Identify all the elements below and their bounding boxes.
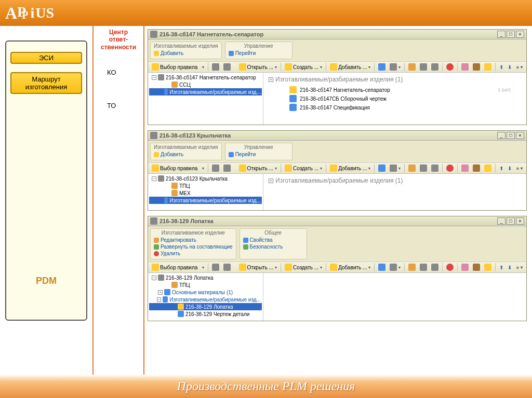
tree-node[interactable]: −216-38-129 Лопатка — [149, 274, 262, 281]
toolbar-button[interactable] — [222, 63, 232, 71]
copy-button[interactable] — [418, 63, 429, 71]
toolbar-button[interactable] — [460, 164, 470, 172]
expand-toggle[interactable]: − — [152, 176, 156, 181]
detail-item[interactable]: 216-38-сб147 Спецификация — [289, 104, 521, 111]
detail-item[interactable]: 216-38-сб147СБ Сборочный чертеж — [289, 95, 521, 102]
toolbar-button[interactable] — [222, 164, 232, 172]
more-button[interactable]: » — [514, 165, 524, 172]
expand-toggle[interactable]: − — [152, 276, 156, 280]
paste-button[interactable] — [430, 63, 440, 71]
ribbon-action[interactable]: Добавить — [154, 50, 218, 57]
title-bar[interactable]: 216-38-сб147 Нагнетатель-сепаратор _ □ × — [148, 30, 526, 39]
btn-route[interactable]: Маршрут изготовления — [10, 72, 82, 94]
toolbar-button[interactable]: Добавить ... — [328, 63, 372, 71]
expand-toggle[interactable]: + — [158, 290, 163, 295]
title-bar[interactable]: 216-38-129 Лопатка _ □ × — [148, 216, 526, 226]
maximize-button[interactable]: □ — [507, 31, 515, 38]
toolbar-button[interactable] — [388, 164, 402, 172]
tree-node[interactable]: Изготавливаемые/разбираемые изд... — [149, 197, 262, 204]
toolbar-button[interactable] — [210, 164, 221, 172]
minimize-button[interactable]: _ — [497, 132, 506, 139]
expand-toggle[interactable]: + — [269, 77, 273, 82]
ribbon-action[interactable]: Свойства — [243, 237, 303, 243]
toolbar-button[interactable]: Создать ... — [283, 164, 324, 172]
save-button[interactable] — [377, 164, 387, 172]
toolbar-button[interactable] — [471, 164, 482, 172]
delete-button[interactable] — [445, 164, 455, 172]
toolbar-button[interactable] — [483, 164, 493, 172]
title-bar[interactable]: 216-38-сб123 Крыльчатка _ □ × — [148, 131, 526, 141]
ribbon-action[interactable]: Добавить — [154, 151, 218, 158]
toolbar-button[interactable] — [210, 63, 221, 71]
dropdown[interactable] — [200, 64, 206, 70]
tree-node[interactable]: −Изготавливаемые/разбираемые изд... — [149, 296, 262, 303]
more-button[interactable]: » — [514, 64, 524, 71]
cut-button[interactable] — [407, 263, 417, 271]
down-button[interactable]: ⬇ — [506, 264, 513, 271]
ribbon-action[interactable]: Перейти — [229, 50, 289, 57]
maximize-button[interactable]: □ — [507, 217, 515, 225]
toolbar-button[interactable] — [471, 63, 482, 71]
toolbar-button[interactable] — [483, 63, 493, 71]
toolbar-button[interactable] — [460, 263, 470, 271]
rule-select-button[interactable]: Выбор правила — [150, 263, 199, 271]
copy-button[interactable] — [418, 164, 429, 172]
ribbon-action[interactable]: Удалить — [154, 250, 233, 257]
dropdown[interactable] — [200, 166, 206, 171]
tree-node[interactable]: −216-38-сб123 Крыльчатка — [149, 175, 262, 182]
copy-button[interactable] — [418, 263, 429, 271]
toolbar-button[interactable]: Создать ... — [283, 263, 324, 271]
ribbon-action[interactable]: Развернуть на составляющие — [154, 243, 233, 250]
tree-node[interactable]: 216-38-129 Лопатка — [149, 303, 262, 310]
toolbar-button[interactable]: Открыть ... — [237, 63, 278, 71]
cut-button[interactable] — [407, 164, 417, 172]
toolbar-button[interactable]: Добавить ... — [328, 263, 372, 271]
detail-item[interactable]: 216-38-сб147 Нагнетатель-сепаратор1 (шт) — [289, 86, 521, 93]
dropdown[interactable] — [200, 265, 206, 270]
tree-node[interactable]: Изготавливаемые/разбираемые изд... — [149, 88, 262, 95]
up-button[interactable]: ⬆ — [498, 264, 505, 271]
toolbar-button[interactable] — [388, 63, 402, 71]
toolbar-button[interactable]: Открыть ... — [237, 164, 278, 172]
rule-select-button[interactable]: Выбор правила — [150, 63, 199, 71]
toolbar-button[interactable] — [471, 263, 482, 271]
ribbon-action[interactable]: Перейти — [229, 151, 289, 158]
expand-toggle[interactable]: − — [157, 297, 161, 302]
toolbar-button[interactable] — [222, 263, 232, 271]
delete-button[interactable] — [445, 63, 455, 71]
close-button[interactable]: × — [516, 132, 524, 139]
minimize-button[interactable]: _ — [497, 217, 506, 225]
tree-node[interactable]: ТПЦ — [149, 281, 262, 289]
minimize-button[interactable]: _ — [497, 31, 506, 38]
maximize-button[interactable]: □ — [507, 132, 515, 139]
toolbar-button[interactable]: Открыть ... — [237, 263, 278, 271]
paste-button[interactable] — [430, 263, 440, 271]
ribbon-action[interactable]: Редактировать — [154, 237, 233, 243]
down-button[interactable]: ⬇ — [506, 165, 513, 172]
tree-node[interactable]: ТПЦ — [149, 182, 262, 189]
tree-node[interactable]: +Основные материалы (1) — [149, 289, 262, 296]
close-button[interactable]: × — [516, 217, 524, 225]
save-button[interactable] — [377, 63, 387, 71]
expand-toggle[interactable]: + — [269, 179, 273, 183]
up-button[interactable]: ⬆ — [498, 165, 505, 172]
tree-node[interactable]: МЕХ — [149, 189, 262, 197]
save-button[interactable] — [377, 263, 387, 271]
toolbar-button[interactable]: Создать ... — [283, 63, 324, 71]
paste-button[interactable] — [430, 164, 440, 172]
expand-toggle[interactable]: − — [152, 75, 156, 80]
tree-node[interactable]: 216-38-129 Чертеж детали — [149, 310, 262, 318]
up-button[interactable]: ⬆ — [498, 64, 505, 71]
ribbon-action[interactable]: Безопасность — [243, 243, 303, 250]
toolbar-button[interactable] — [483, 263, 493, 271]
delete-button[interactable] — [445, 263, 455, 271]
cut-button[interactable] — [407, 63, 417, 71]
toolbar-button[interactable]: Добавить ... — [328, 164, 372, 172]
more-button[interactable]: » — [514, 264, 524, 271]
close-button[interactable]: × — [516, 31, 524, 38]
toolbar-button[interactable] — [460, 63, 470, 71]
down-button[interactable]: ⬇ — [506, 64, 513, 71]
btn-esi[interactable]: ЭСИ — [10, 52, 82, 64]
rule-select-button[interactable]: Выбор правила — [150, 164, 199, 172]
toolbar-button[interactable] — [388, 263, 402, 271]
